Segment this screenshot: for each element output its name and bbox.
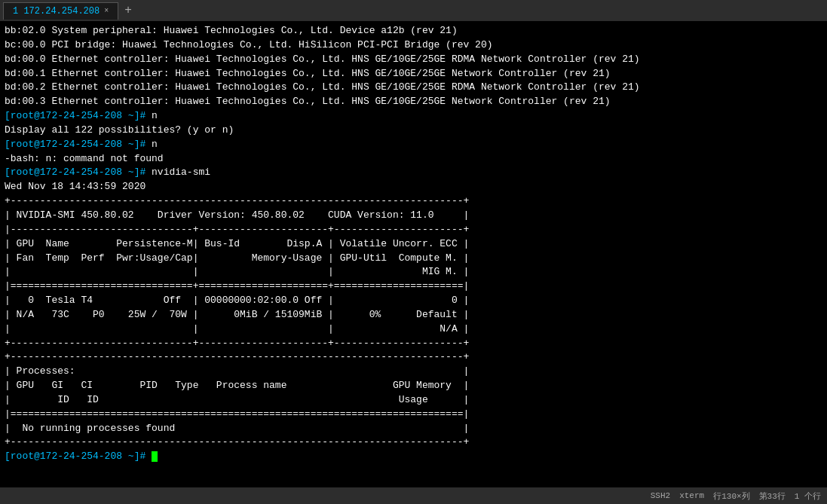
terminal-line-1: bc:00.0 PCI bridge: Huawei Technologies …: [5, 38, 822, 53]
terminal-line-19: | 0 Tesla T4 Off | 00000000:02:00.0 Off …: [5, 294, 822, 308]
terminal-line-30: +---------------------------------------…: [5, 435, 822, 450]
terminal-line-8: [root@172-24-254-208 ~]# n: [5, 138, 822, 152]
terminal-line-2: bd:00.0 Ethernet controller: Huawei Tech…: [5, 53, 822, 67]
tab-close-button[interactable]: ×: [104, 7, 109, 15]
terminal-output[interactable]: bb:02.0 System peripheral: Huawei Techno…: [0, 21, 827, 487]
terminal-line-11: Wed Nov 18 14:43:59 2020: [5, 180, 822, 194]
terminal-line-26: | GPU GI CI PID Type Process name GPU Me…: [5, 379, 822, 393]
terminal-line-9: -bash: n: command not found: [5, 152, 822, 166]
terminal-line-10: [root@172-24-254-208 ~]# nvidia-smi: [5, 166, 822, 180]
terminal-line-14: |-------------------------------+-------…: [5, 223, 822, 237]
terminal-line-31: [root@172-24-254-208 ~]#: [5, 450, 822, 464]
terminal-line-7: Display all 122 possibilities? (y or n): [5, 124, 822, 138]
char-info: 1 个行: [795, 490, 821, 502]
row-info: 第33行: [759, 490, 786, 502]
terminal-tab[interactable]: 1 172.24.254.208 ×: [3, 2, 118, 20]
terminal-line-24: +---------------------------------------…: [5, 350, 822, 365]
terminal-line-12: +---------------------------------------…: [5, 194, 822, 209]
tab-label: 1 172.24.254.208: [13, 6, 100, 17]
terminal-line-21: | | | N/A |: [5, 322, 822, 337]
terminal-line-27: | ID ID Usage |: [5, 393, 822, 408]
terminal-line-5: bd:00.3 Ethernet controller: Huawei Tech…: [5, 95, 822, 109]
title-bar: 1 172.24.254.208 × +: [0, 0, 827, 21]
ssh-label: SSH2: [651, 491, 670, 500]
terminal-line-17: | | | MIG M. |: [5, 265, 822, 279]
cursor: [152, 451, 158, 462]
tab-add-button[interactable]: +: [118, 4, 138, 17]
terminal-line-6: [root@172-24-254-208 ~]# n: [5, 109, 822, 124]
status-bar: SSH2 xterm 行130×列 第33行 1 个行: [0, 487, 827, 504]
terminal-line-3: bd:00.1 Ethernet controller: Huawei Tech…: [5, 67, 822, 81]
size-label: 行130×列: [713, 490, 749, 502]
terminal-line-16: | Fan Temp Perf Pwr:Usage/Cap| Memory-Us…: [5, 252, 822, 266]
terminal-line-4: bd:00.2 Ethernet controller: Huawei Tech…: [5, 81, 822, 95]
terminal-line-28: |=======================================…: [5, 408, 822, 422]
xterm-label: xterm: [679, 491, 704, 500]
terminal-line-25: | Processes: |: [5, 365, 822, 379]
terminal-line-0: bb:02.0 System peripheral: Huawei Techno…: [5, 24, 822, 38]
terminal-line-29: | No running processes found |: [5, 422, 822, 436]
terminal-line-22: +-------------------------------+-------…: [5, 337, 822, 351]
terminal-line-18: |===============================+=======…: [5, 279, 822, 294]
terminal-line-13: | NVIDIA-SMI 450.80.02 Driver Version: 4…: [5, 209, 822, 223]
terminal-line-15: | GPU Name Persistence-M| Bus-Id Disp.A …: [5, 237, 822, 252]
terminal-line-20: | N/A 73C P0 25W / 70W | 0MiB / 15109MiB…: [5, 308, 822, 322]
